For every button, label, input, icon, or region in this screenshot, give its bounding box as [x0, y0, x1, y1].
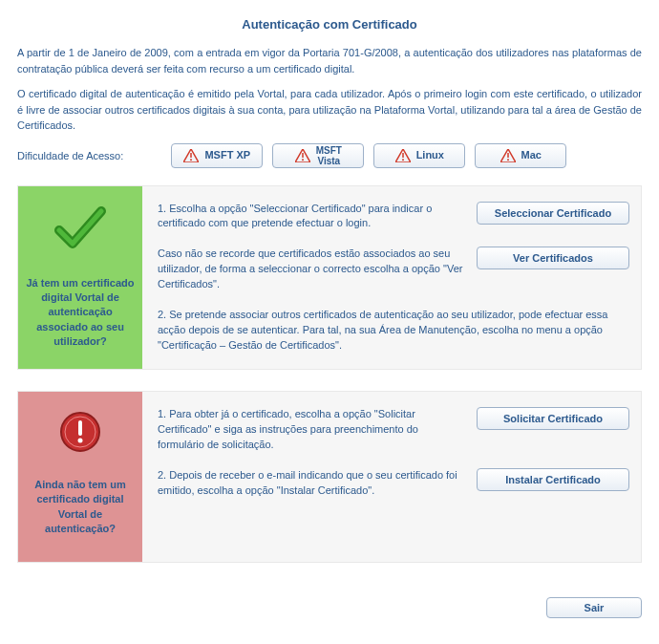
svg-rect-10 — [78, 420, 82, 436]
warning-icon — [500, 149, 516, 162]
linux-button[interactable]: Linux — [373, 143, 465, 168]
warning-icon — [395, 149, 411, 162]
alert-icon — [59, 411, 101, 455]
access-difficulty-row: Dificuldade de Acesso: MSFT XP MSFTVista… — [17, 143, 642, 168]
panel-has-question: Já tem um certificado digital Vortal de … — [26, 276, 135, 350]
msft-vista-label: MSFTVista — [316, 145, 342, 166]
view-certificates-button[interactable]: Ver Certificados — [477, 247, 629, 269]
panel-no-certificate: Ainda não tem um certificado digital Vor… — [17, 391, 642, 563]
panel-no-question: Ainda não tem um certificado digital Vor… — [26, 478, 135, 537]
select-certificate-button[interactable]: Seleccionar Certificado — [477, 202, 629, 225]
msft-xp-button[interactable]: MSFT XP — [171, 143, 263, 168]
request-certificate-button[interactable]: Solicitar Certificado — [477, 407, 629, 430]
install-certificate-button[interactable]: Instalar Certificado — [477, 468, 629, 491]
page-title: Autenticação com Certificado — [17, 10, 642, 45]
exit-button[interactable]: Sair — [546, 597, 642, 618]
svg-point-3 — [302, 159, 304, 161]
intro-text: A partir de 1 de Janeiro de 2009, com a … — [17, 45, 642, 134]
intro-p1: A partir de 1 de Janeiro de 2009, com a … — [17, 45, 642, 76]
footer: Sair — [0, 593, 659, 635]
svg-point-11 — [78, 439, 83, 443]
panel-has-certificate: Já tem um certificado digital Vortal de … — [17, 185, 642, 371]
panel-no-left: Ainda não tem um certificado digital Vor… — [18, 392, 142, 562]
panel-has-hint: Caso não se recorde que certificados est… — [158, 247, 463, 292]
panel-has-step1: 1. Escolha a opção "Seleccionar Certific… — [158, 202, 463, 232]
panel-no-step2: 2. Depois de receber o e-mail indicando … — [158, 468, 463, 499]
linux-label: Linux — [416, 149, 444, 161]
panel-has-left: Já tem um certificado digital Vortal de … — [18, 186, 142, 370]
mac-label: Mac — [521, 149, 542, 161]
panel-no-step1: 1. Para obter já o certificado, escolha … — [158, 407, 463, 453]
warning-icon — [183, 149, 199, 162]
checkmark-icon — [53, 205, 107, 253]
svg-point-7 — [507, 159, 509, 161]
panel-has-step2: 2. Se pretende associar outros certifica… — [158, 308, 629, 354]
msft-vista-button[interactable]: MSFTVista — [272, 143, 364, 168]
intro-p2: O certificado digital de autenticação é … — [17, 86, 642, 134]
mac-button[interactable]: Mac — [475, 143, 566, 168]
warning-icon — [295, 149, 310, 162]
svg-point-1 — [190, 159, 192, 161]
msft-xp-label: MSFT XP — [204, 149, 250, 161]
svg-point-5 — [402, 159, 404, 161]
access-label: Dificuldade de Acesso: — [17, 150, 123, 161]
